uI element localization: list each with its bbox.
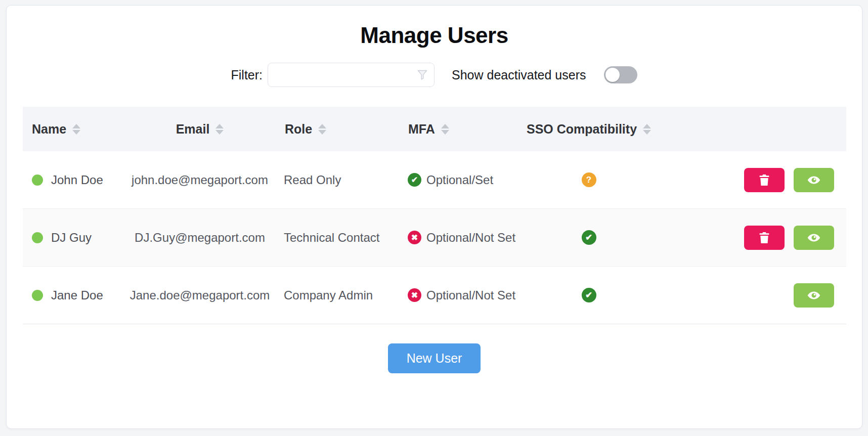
- user-role: Company Admin: [276, 288, 399, 302]
- sort-icon: [72, 124, 80, 135]
- delete-user-button[interactable]: [744, 168, 785, 192]
- table-row: John Doe john.doe@megaport.com Read Only…: [23, 151, 846, 209]
- view-user-button[interactable]: [794, 283, 834, 308]
- mfa-status-label: Optional/Set: [426, 173, 493, 187]
- page-title: Manage Users: [7, 23, 862, 48]
- view-user-button[interactable]: [794, 168, 834, 192]
- sso-status: ✔: [526, 288, 652, 302]
- toggle-knob: [605, 68, 620, 82]
- check-circle-icon: ✔: [582, 288, 596, 302]
- check-circle-icon: ✔: [408, 173, 421, 187]
- user-email: Jane.doe@megaport.com: [124, 288, 276, 302]
- row-actions: [652, 168, 846, 192]
- user-email: john.doe@megaport.com: [124, 173, 276, 187]
- row-actions: [652, 226, 846, 250]
- user-name: Jane Doe: [51, 288, 103, 302]
- column-header-role[interactable]: Role: [276, 122, 399, 137]
- view-user-button[interactable]: [794, 226, 834, 250]
- mfa-status-label: Optional/Not Set: [426, 288, 515, 302]
- show-deactivated-label: Show deactivated users: [452, 68, 586, 82]
- column-header-mfa[interactable]: MFA: [399, 122, 526, 137]
- cross-circle-icon: ✖: [408, 231, 421, 244]
- eye-icon: [807, 173, 821, 187]
- table-header-row: Name Email Role MFA SSO Compatibility: [23, 107, 846, 151]
- user-name: DJ Guy: [51, 231, 92, 245]
- active-status-dot: [32, 290, 43, 301]
- cross-circle-icon: ✖: [408, 288, 421, 302]
- users-table: Name Email Role MFA SSO Compatibility: [23, 107, 846, 324]
- sort-icon: [441, 124, 449, 135]
- user-name-cell: DJ Guy: [23, 231, 124, 245]
- table-row: DJ Guy DJ.Guy@megaport.com Technical Con…: [23, 209, 846, 267]
- check-circle-icon: ✔: [582, 230, 596, 245]
- user-name-cell: Jane Doe: [23, 288, 124, 302]
- user-email: DJ.Guy@megaport.com: [124, 231, 276, 245]
- mfa-status: ✔ Optional/Set: [399, 173, 526, 187]
- trash-icon: [757, 173, 771, 187]
- mfa-status-label: Optional/Not Set: [426, 231, 515, 245]
- user-name: John Doe: [51, 173, 103, 187]
- question-circle-icon: ?: [582, 172, 596, 187]
- filter-label: Filter:: [231, 68, 263, 82]
- filter-row: Filter: Show deactivated users: [7, 62, 862, 88]
- user-role: Technical Contact: [276, 231, 399, 245]
- sort-icon: [643, 124, 651, 135]
- delete-user-button[interactable]: [744, 226, 785, 250]
- footer: New User: [7, 343, 862, 373]
- table-row: Jane Doe Jane.doe@megaport.com Company A…: [23, 267, 846, 324]
- column-header-name[interactable]: Name: [23, 122, 124, 137]
- active-status-dot: [32, 175, 43, 186]
- column-header-email[interactable]: Email: [124, 122, 276, 137]
- mfa-status: ✖ Optional/Not Set: [399, 231, 526, 245]
- row-actions: [652, 283, 846, 308]
- eye-icon: [807, 231, 821, 245]
- filter-input-wrap: [268, 63, 435, 87]
- show-deactivated-toggle[interactable]: [604, 66, 637, 83]
- eye-icon: [807, 288, 821, 302]
- mfa-status: ✖ Optional/Not Set: [399, 288, 526, 302]
- active-status-dot: [32, 232, 43, 243]
- manage-users-card: Manage Users Filter: Show deactivated us…: [6, 5, 862, 429]
- trash-icon: [757, 231, 771, 245]
- sort-icon: [215, 124, 224, 135]
- sso-status: ?: [526, 172, 652, 187]
- user-role: Read Only: [276, 173, 399, 187]
- column-header-sso-compatibility[interactable]: SSO Compatibility: [526, 122, 652, 137]
- user-name-cell: John Doe: [23, 173, 124, 187]
- sso-status: ✔: [526, 230, 652, 245]
- sort-icon: [318, 124, 326, 135]
- filter-input[interactable]: [268, 63, 435, 87]
- new-user-button[interactable]: New User: [388, 343, 481, 373]
